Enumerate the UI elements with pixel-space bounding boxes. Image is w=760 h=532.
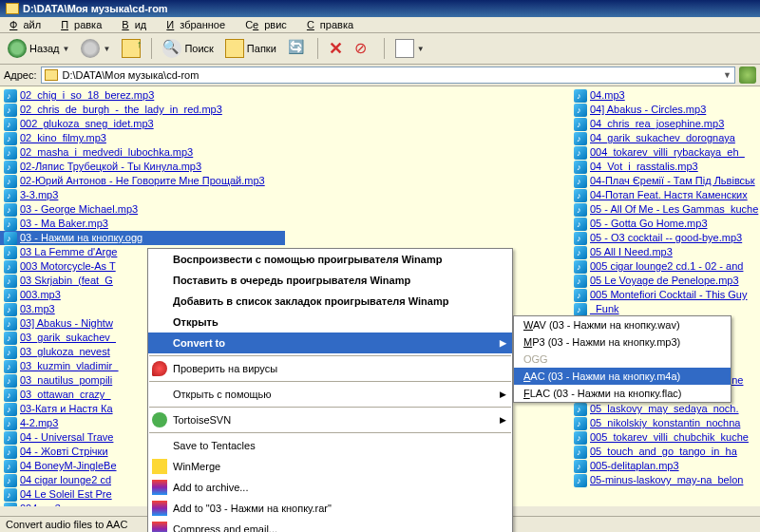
status-text: Convert audio files to AAC bbox=[6, 519, 127, 530]
file-item[interactable]: 04_chris_rea_josephine.mp3 bbox=[570, 117, 760, 131]
file-name: 04.mp3 bbox=[590, 88, 625, 103]
back-icon bbox=[8, 39, 27, 58]
menu-tools[interactable]: Сервис bbox=[239, 17, 298, 32]
file-item[interactable]: 05 - Gotta Go Home.mp3 bbox=[570, 217, 760, 231]
delete-button[interactable]: ✕ bbox=[325, 36, 347, 61]
menu-favorites[interactable]: Избранное bbox=[161, 17, 237, 32]
file-item[interactable]: 02_kino_filmy.mp3 bbox=[0, 131, 285, 145]
file-item[interactable]: 04-Плач Єремії - Там Під Львівськ bbox=[570, 174, 760, 188]
file-name: 03 Skrjabin_(feat_G bbox=[20, 274, 113, 288]
file-item[interactable]: 004_tokarev_villi_rybackaya_eh_ bbox=[570, 145, 760, 160]
file-item[interactable]: 05-minus-laskovy_may-na_belon bbox=[570, 473, 760, 487]
file-item[interactable]: 03 - Нажми на кнопку.ogg bbox=[0, 231, 285, 245]
menu-edit[interactable]: Правка bbox=[55, 17, 113, 32]
chevron-down-icon[interactable]: ▼ bbox=[723, 70, 732, 80]
ctx-winmerge[interactable]: WinMerge bbox=[148, 456, 512, 477]
window-titlebar: D:\DATA\Моя музыка\cd-rom bbox=[0, 0, 760, 17]
file-name: 04 - Жовті Стрічки bbox=[20, 445, 108, 459]
ctx-add-archive[interactable]: Add to archive... bbox=[148, 477, 512, 498]
file-item[interactable]: 03 - Ma Baker.mp3 bbox=[0, 217, 285, 231]
ctx-play-winamp[interactable]: Воспроизвести с помощью проигрывателя Wi… bbox=[148, 249, 512, 270]
file-name: 004.mp3 bbox=[20, 502, 61, 506]
file-name: 04_Vot_i_rasstalis.mp3 bbox=[590, 160, 698, 174]
file-name: 03_kuzmin_vladimir_ bbox=[20, 359, 118, 373]
ctx-queue-winamp[interactable]: Поставить в очередь проигрывателя Winamp bbox=[148, 270, 512, 291]
file-item[interactable]: 04-Потап Feat. Настя Каменских bbox=[570, 188, 760, 202]
file-item[interactable]: 05 All I Need.mp3 bbox=[570, 245, 760, 259]
file-item[interactable]: 04.mp3 bbox=[570, 88, 760, 103]
file-name: 05 - Gotta Go Home.mp3 bbox=[590, 217, 708, 231]
file-name: 02-Ляпис Трубецкой - Ты Кинула.mp3 bbox=[20, 160, 201, 174]
ctx-check-virus[interactable]: Проверить на вирусы bbox=[148, 358, 512, 379]
audio-file-icon bbox=[4, 161, 17, 174]
sub-flac[interactable]: FLAC (03 - Нажми на кнопку.flac) bbox=[514, 385, 731, 402]
file-item[interactable]: _Funk bbox=[570, 302, 760, 316]
file-item[interactable]: 02-Ляпис Трубецкой - Ты Кинула.mp3 bbox=[0, 160, 285, 174]
file-name: 02_kino_filmy.mp3 bbox=[20, 131, 106, 145]
file-item[interactable]: 02_chig_i_so_18_berez.mp3 bbox=[0, 88, 285, 103]
chevron-down-icon[interactable]: ▼ bbox=[417, 45, 425, 53]
audio-file-icon bbox=[4, 175, 17, 188]
file-item[interactable]: 005 cigar lounge2 cd.1 - 02 - and bbox=[570, 259, 760, 274]
menubar: Файл Правка Вид Избранное Сервис Справка bbox=[0, 17, 760, 33]
file-name: 003 Motorcycle-As T bbox=[20, 259, 116, 274]
file-item[interactable]: 05_nikolskiy_konstantin_nochna bbox=[570, 416, 760, 430]
file-item[interactable]: 02_chris_de_burgh_-_the_lady_in_red.mp3 bbox=[0, 103, 285, 117]
ctx-open[interactable]: Открыть bbox=[148, 312, 512, 332]
ctx-convert-to[interactable]: Convert to▶ bbox=[148, 332, 512, 353]
sub-mp3[interactable]: MP3 (03 - Нажми на кнопку.mp3) bbox=[514, 333, 731, 351]
file-name: 02_chris_de_burgh_-_the_lady_in_red.mp3 bbox=[20, 103, 222, 117]
menu-help[interactable]: Справка bbox=[301, 17, 365, 32]
file-item[interactable]: 02_masha_i_medvedi_lubochka.mp3 bbox=[0, 145, 285, 160]
file-item[interactable]: 05 Le Voyage de Penelope.mp3 bbox=[570, 274, 760, 288]
address-input[interactable] bbox=[41, 66, 735, 84]
ctx-add-rar[interactable]: Add to "03 - Нажми на кнопку.rar" bbox=[148, 498, 512, 519]
folders-button[interactable]: Папки bbox=[221, 37, 280, 60]
file-item[interactable]: 04_garik_sukachev_dorognaya bbox=[570, 131, 760, 145]
ctx-tortoise[interactable]: TortoiseSVN▶ bbox=[148, 409, 512, 430]
ctx-bookmark-winamp[interactable]: Добавить в список закладок проигрывателя… bbox=[148, 291, 512, 312]
file-name: 02_chig_i_so_18_berez.mp3 bbox=[20, 88, 154, 103]
file-item[interactable]: 005_tokarev_villi_chubchik_kuche bbox=[570, 430, 760, 445]
menu-view[interactable]: Вид bbox=[116, 17, 158, 32]
file-item[interactable]: 05_laskovy_may_sedaya_noch. bbox=[570, 402, 760, 416]
file-name: 04 - Universal Trave bbox=[20, 430, 113, 445]
sync-button[interactable] bbox=[284, 37, 311, 60]
chevron-down-icon[interactable]: ▼ bbox=[63, 45, 70, 53]
file-item[interactable]: 005-delitaplan.mp3 bbox=[570, 459, 760, 473]
go-icon[interactable] bbox=[739, 66, 756, 84]
ctx-compress-email[interactable]: Compress and email... bbox=[148, 519, 512, 532]
audio-file-icon bbox=[4, 403, 17, 416]
sub-aac[interactable]: AAC (03 - Нажми на кнопку.m4a) bbox=[514, 368, 731, 385]
ctx-tentacles[interactable]: Save to Tentacles bbox=[148, 435, 512, 456]
up-button[interactable] bbox=[118, 37, 144, 60]
audio-file-icon bbox=[574, 403, 587, 416]
audio-file-icon bbox=[574, 118, 587, 131]
ctx-open-with[interactable]: Открыть с помощью▶ bbox=[148, 384, 512, 405]
file-item[interactable]: 3-3.mp3 bbox=[0, 188, 285, 202]
chevron-down-icon[interactable]: ▼ bbox=[103, 45, 110, 53]
search-button[interactable]: Поиск bbox=[159, 37, 217, 60]
file-item[interactable]: 03 - George Michael.mp3 bbox=[0, 202, 285, 217]
audio-file-icon bbox=[4, 275, 17, 288]
file-name: 02_masha_i_medvedi_lubochka.mp3 bbox=[20, 145, 193, 160]
cancel-button[interactable] bbox=[351, 37, 377, 60]
file-item[interactable]: 05 - O3 cocktail -- good-bye.mp3 bbox=[570, 231, 760, 245]
views-button[interactable]: ▼ bbox=[391, 37, 428, 60]
back-button[interactable]: Назад▼ bbox=[4, 37, 73, 60]
sync-icon bbox=[288, 39, 307, 58]
menu-file[interactable]: Файл bbox=[4, 17, 52, 32]
forward-button[interactable]: ▼ bbox=[77, 37, 114, 60]
file-item[interactable]: 02-Юрий Антонов - Не Говорите Мне Прощай… bbox=[0, 174, 285, 188]
file-item[interactable]: 04] Abakus - Circles.mp3 bbox=[570, 103, 760, 117]
file-item[interactable]: 04_Vot_i_rasstalis.mp3 bbox=[570, 160, 760, 174]
file-item[interactable]: 005 Montefiori Cocktail - This Guy bbox=[570, 288, 760, 302]
sub-wav[interactable]: WAV (03 - Нажми на кнопку.wav) bbox=[514, 316, 731, 333]
file-name: 05 All I Need.mp3 bbox=[590, 245, 673, 259]
audio-file-icon bbox=[574, 161, 587, 174]
file-item[interactable]: 002_glukoza_sneg_idet.mp3 bbox=[0, 117, 285, 131]
file-item[interactable]: 05 - All Of Me - Les Gammas_kuche bbox=[570, 202, 760, 217]
file-item[interactable]: 05_touch_and_go_tango_in_ha bbox=[570, 445, 760, 459]
submenu-arrow-icon: ▶ bbox=[500, 390, 506, 399]
toolbar: Назад▼ ▼ Поиск Папки ✕ ▼ bbox=[0, 33, 760, 65]
